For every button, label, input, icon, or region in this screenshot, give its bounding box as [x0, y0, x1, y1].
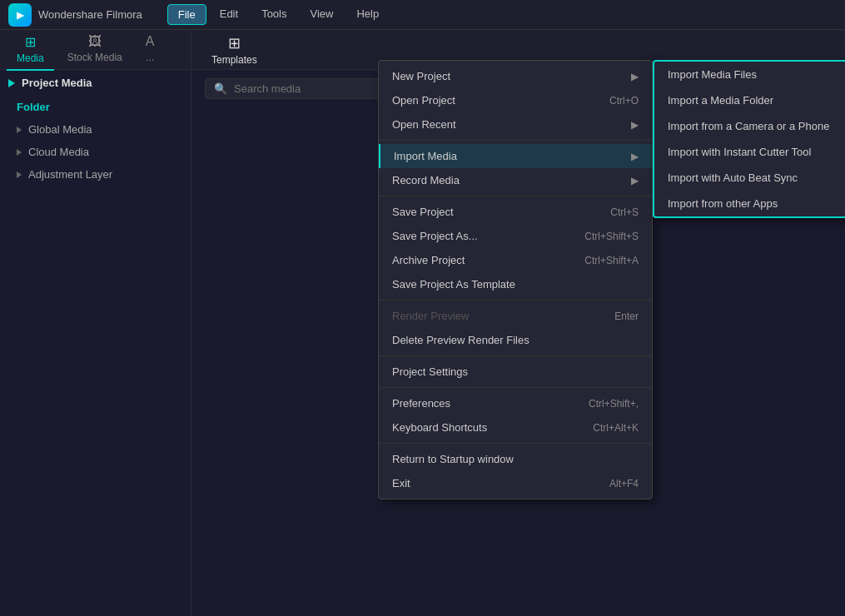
save-project-as-item[interactable]: Save Project As... Ctrl+Shift+S	[379, 224, 652, 248]
keyboard-shortcuts-item[interactable]: Keyboard Shortcuts Ctrl+Alt+K	[379, 415, 652, 440]
global-media-item[interactable]: Global Media	[0, 118, 191, 141]
open-recent-item[interactable]: Open Recent ▶	[379, 112, 652, 137]
import-instant-cutter-item[interactable]: Import with Instant Cutter Tool	[654, 139, 845, 165]
adjustment-layer-item[interactable]: Adjustment Layer	[0, 163, 191, 186]
app-logo: ▶	[8, 3, 32, 27]
import-auto-beat-item[interactable]: Import with Auto Beat Sync	[654, 165, 845, 191]
menu-section-prefs: Preferences Ctrl+Shift+, Keyboard Shortc…	[379, 388, 652, 444]
exit-item[interactable]: Exit Alt+F4	[379, 471, 652, 495]
record-media-arrow: ▶	[631, 175, 639, 186]
help-menu-item[interactable]: Help	[346, 4, 389, 25]
menu-section-import: Import Media ▶ Record Media ▶	[379, 141, 652, 196]
media-icon: ⊞	[25, 34, 36, 50]
search-icon: 🔍	[214, 82, 227, 95]
project-settings-item[interactable]: Project Settings	[379, 360, 652, 384]
project-media-header: Project Media	[0, 70, 191, 96]
import-other-apps-item[interactable]: Import from other Apps ▶	[654, 191, 845, 216]
archive-project-item[interactable]: Archive Project Ctrl+Shift+A	[379, 248, 652, 272]
import-camera-item[interactable]: Import from a Camera or a Phone	[654, 113, 845, 139]
record-media-item[interactable]: Record Media ▶	[379, 168, 652, 192]
tab-audio[interactable]: A ...	[136, 29, 165, 70]
menu-section-file-ops: New Project ▶ Open Project Ctrl+O Open R…	[379, 61, 652, 141]
left-panel: ⊞ Media 🖼 Stock Media A ... Project Medi…	[0, 30, 191, 616]
dropdown-overlay: New Project ▶ Open Project Ctrl+O Open R…	[191, 30, 845, 616]
title-bar: ▶ Wondershare Filmora File Edit Tools Vi…	[0, 0, 845, 30]
preferences-item[interactable]: Preferences Ctrl+Shift+,	[379, 391, 652, 415]
import-media-files-item[interactable]: Import Media Files Ctrl+I	[654, 62, 845, 87]
tree-arrow-cloud	[17, 149, 22, 156]
save-as-template-item[interactable]: Save Project As Template	[379, 272, 652, 296]
audio-icon: A	[146, 34, 155, 49]
nav-tab-templates[interactable]: ⊞ Templates	[205, 31, 264, 69]
menu-section-render: Render Preview Enter Delete Preview Rend…	[379, 301, 652, 356]
expand-triangle	[8, 79, 15, 87]
import-media-arrow: ▶	[631, 151, 639, 162]
left-tab-bar: ⊞ Media 🖼 Stock Media A ...	[0, 30, 191, 70]
menu-section-exit: Return to Startup window Exit Alt+F4	[379, 444, 652, 499]
cloud-media-item[interactable]: Cloud Media	[0, 141, 191, 163]
file-menu-dropdown: New Project ▶ Open Project Ctrl+O Open R…	[378, 60, 653, 499]
main-layout: ⊞ Media 🖼 Stock Media A ... Project Medi…	[0, 30, 845, 616]
file-menu-item[interactable]: File	[167, 4, 206, 25]
new-project-item[interactable]: New Project ▶	[379, 64, 652, 88]
tree-arrow-adjustment	[17, 171, 22, 178]
tools-menu-item[interactable]: Tools	[251, 4, 296, 25]
menu-section-save: Save Project Ctrl+S Save Project As... C…	[379, 196, 652, 301]
right-panel: ⊞ Templates 🔍 ⊘ ··· New Project ▶	[191, 30, 845, 616]
app-title: Wondershare Filmora	[38, 8, 142, 21]
tree-arrow-global	[17, 127, 22, 133]
import-media-submenu: Import Media Files Ctrl+I Import a Media…	[653, 60, 845, 218]
delete-preview-item[interactable]: Delete Preview Render Files	[379, 328, 652, 352]
view-menu-item[interactable]: View	[300, 4, 343, 25]
import-media-folder-item[interactable]: Import a Media Folder	[654, 87, 845, 113]
save-project-item[interactable]: Save Project Ctrl+S	[379, 200, 652, 224]
edit-menu-item[interactable]: Edit	[210, 4, 248, 25]
templates-icon: ⊞	[228, 34, 241, 52]
menu-section-settings: Project Settings	[379, 356, 652, 388]
open-project-item[interactable]: Open Project Ctrl+O	[379, 88, 652, 112]
tab-stock-media[interactable]: 🖼 Stock Media	[57, 29, 132, 70]
menu-bar: File Edit Tools View Help	[167, 4, 389, 25]
import-media-item[interactable]: Import Media ▶	[379, 144, 652, 168]
folder-label: Folder	[0, 96, 191, 118]
stock-media-icon: 🖼	[88, 34, 102, 49]
open-recent-arrow: ▶	[631, 119, 639, 131]
return-startup-item[interactable]: Return to Startup window	[379, 447, 652, 471]
render-preview-item: Render Preview Enter	[379, 304, 652, 328]
tab-media[interactable]: ⊞ Media	[7, 29, 54, 71]
new-project-arrow: ▶	[631, 71, 639, 82]
